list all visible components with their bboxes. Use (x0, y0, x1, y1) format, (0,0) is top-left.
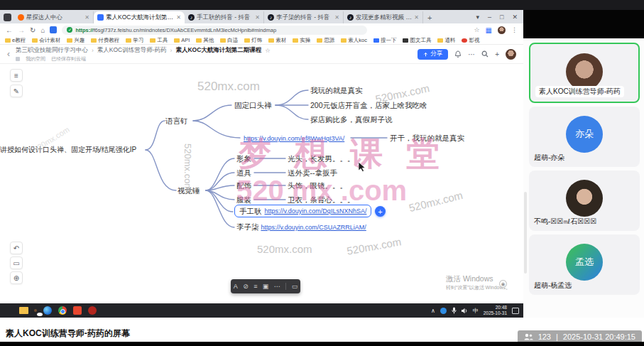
scrollbar-thumb[interactable] (524, 192, 527, 274)
red-app-icon[interactable] (72, 306, 82, 315)
more-options-icon[interactable]: ⋯ (468, 50, 475, 58)
mindmap-node[interactable]: 开干，我玩的就是真实 (390, 133, 464, 143)
bookmark-star-icon[interactable]: ☆ (474, 26, 479, 33)
mindmap-node[interactable]: 探店购比多，真假厨子说 (310, 114, 393, 124)
image-icon[interactable]: ▣ (263, 283, 269, 290)
minimize-button[interactable]: – (488, 13, 491, 21)
new-tab-button[interactable]: + (427, 13, 432, 22)
url-bar[interactable]: ✓ https://f6sgl737z.feishu.cn/mindnotes/… (62, 26, 367, 35)
edge-browser-icon[interactable] (43, 306, 52, 315)
mindmap-node[interactable]: 卫衣，条背心。。。 (288, 195, 355, 205)
search-icon[interactable] (481, 50, 489, 58)
favorite-star-icon[interactable]: ☆ (265, 47, 271, 54)
start-button[interactable] (4, 306, 13, 315)
bookmark-item[interactable]: 素材 (268, 37, 286, 44)
browser-tab-active[interactable]: 素人KOC大航海计划第二期课程 ✕ (94, 11, 185, 23)
microphone-icon[interactable] (452, 307, 457, 314)
maximize-button[interactable]: □ (500, 13, 503, 21)
mindmap-selected-node[interactable]: 手工耿 https://v.douyin.com/DqILsNXNhSA/ (234, 205, 371, 217)
help-bubble-icon[interactable]: ◉ (499, 280, 507, 288)
list-icon[interactable]: ≡ (253, 283, 257, 290)
speaker-icon[interactable] (462, 308, 468, 314)
mindmap-link-node[interactable]: https://v.douyin.com/ef8WwHqI3VA/ (244, 134, 344, 144)
share-button[interactable]: 分享 (417, 49, 448, 60)
home-icon[interactable]: ⌂ (40, 26, 45, 34)
ime-indicator[interactable]: 中 (473, 307, 479, 315)
mindmap-node[interactable]: 200元饭店开盲盒，店家上啥我吃啥 (310, 100, 427, 110)
breadcrumb-item[interactable]: 素人KOC训练营导师-药药 (97, 46, 167, 55)
browser-tab[interactable]: 星探达人中心 ✕ (14, 11, 94, 23)
chrome-icon[interactable] (58, 306, 67, 315)
breadcrumb-item[interactable]: 第三职业技能同行学习中心 (16, 46, 88, 55)
tray-clock[interactable]: 20:48 2025-10-31 (484, 305, 507, 316)
action-center-icon[interactable] (512, 308, 519, 314)
browser-tab[interactable]: ♪ 李子柒的抖音 - 抖音 ✕ (264, 11, 344, 23)
participant-tile-speaking[interactable]: 素人KOC训练营导师-药药 (529, 43, 640, 103)
douyin-link[interactable]: https://v.douyin.com/CSUAZRRLiAM/ (261, 224, 366, 231)
mindmap-root-node[interactable]: ：讲授如何设计口头禅、固定开场/结尾强化IP (0, 145, 136, 155)
tab-close-icon[interactable]: ✕ (176, 14, 181, 21)
mindmap-node[interactable]: 头饰，眼镜。。。 (288, 180, 347, 190)
bookmark-item[interactable]: 其他 (196, 37, 214, 44)
check-circle-icon[interactable]: ⊘ (243, 283, 249, 290)
bookmark-item[interactable]: e教程 (5, 37, 26, 44)
bookmark-item[interactable]: 工具 (150, 37, 168, 44)
bookmark-item[interactable]: 思源 (317, 37, 334, 44)
browser-tab[interactable]: ♪ 发现更多精彩视频 - 抖音搜索 ✕ (344, 11, 423, 23)
douyin-link[interactable]: https://v.douyin.com/DqILsNXNhSA/ (265, 206, 367, 216)
wechat-icon-active[interactable] (34, 309, 37, 312)
bookmark-item[interactable]: 灯饰 (244, 37, 262, 44)
forward-icon[interactable]: → (18, 26, 25, 34)
crimson-app-icon[interactable] (87, 306, 97, 315)
tab-close-icon[interactable]: ✕ (414, 14, 419, 21)
bookmark-item[interactable]: 实操 (293, 37, 310, 44)
tray-app-icon[interactable] (440, 308, 447, 314)
file-explorer-icon[interactable] (19, 306, 28, 315)
extensions-grid-icon[interactable]: ▦ (486, 26, 492, 34)
browser-profile-avatar[interactable] (498, 26, 506, 34)
add-child-node-button[interactable]: + (375, 206, 386, 217)
mindmap-node[interactable]: 语言钉 (165, 116, 188, 126)
mindmap-node[interactable]: 道具 (236, 168, 251, 178)
tray-expand-icon[interactable]: ∧ (431, 308, 435, 314)
mindmap-node[interactable]: 服装 (236, 195, 251, 205)
comment-icon[interactable]: ▭ (292, 283, 298, 290)
bookmark-item[interactable]: 影视 (462, 37, 479, 44)
format-icon[interactable]: A (234, 283, 238, 290)
close-button[interactable]: ✕ (512, 13, 518, 21)
mindmap-node[interactable]: 我玩的就是真实 (310, 85, 363, 95)
mindmap-node[interactable]: 视觉锤 (178, 185, 200, 195)
mindmap-node[interactable]: 固定口头禅 (234, 100, 272, 110)
user-avatar[interactable] (506, 49, 516, 60)
mindmap-node[interactable]: 形象 (236, 153, 251, 163)
mindmap-node[interactable]: 送外卖--拿扳手 (288, 168, 337, 178)
tab-close-icon[interactable]: ✕ (84, 14, 89, 21)
participant-tile[interactable]: 不鸣-☒☒㎖石☒☒☒ (529, 171, 640, 231)
mindmap-node[interactable]: 李子柒 https://v.douyin.com/CSUAZRRLiAM/ (236, 222, 366, 232)
participant-tile[interactable]: 孟选 超萌-杨孟选 (529, 234, 640, 295)
back-icon[interactable]: ← (6, 26, 13, 34)
tab-close-icon[interactable]: ✕ (255, 14, 260, 21)
bookmark-item[interactable]: 兴趣 (67, 37, 84, 44)
bookmark-item[interactable]: 搜一下 (373, 37, 397, 44)
bookmark-item[interactable]: 图文工具 (403, 37, 431, 44)
bookmark-item[interactable]: 学习 (126, 37, 143, 44)
tab-close-icon[interactable]: ✕ (334, 14, 339, 21)
create-new-icon[interactable]: + (495, 50, 499, 58)
mindmap-node[interactable]: 配饰 (236, 180, 251, 190)
bookmark-item[interactable]: API (174, 37, 190, 43)
mindmap-node[interactable]: 光头，长发男。。。 (288, 153, 355, 163)
reload-icon[interactable]: ↻ (30, 26, 36, 34)
more-icon[interactable]: ⋯ (274, 283, 280, 290)
participant-tile[interactable]: 亦朵 超萌-亦朵 (529, 107, 640, 167)
browser-menu-icon[interactable]: ⋮ (511, 26, 518, 33)
bookmark-item[interactable]: 付费教程 (91, 37, 119, 44)
browser-tab[interactable]: ♪ 手工耿的抖音 - 抖音 ✕ (185, 11, 264, 23)
notification-bell-icon[interactable] (454, 50, 462, 58)
collapse-sidebar-button[interactable]: ‹ (7, 49, 10, 59)
bookmark-item[interactable]: 素人koc (341, 37, 367, 44)
tab-search-icon[interactable]: ▾ (476, 13, 479, 21)
ai-extension-icon[interactable] (50, 26, 57, 33)
bookmark-item[interactable]: 会计素材 (32, 37, 60, 44)
bookmark-item[interactable]: 通料 (437, 37, 455, 44)
